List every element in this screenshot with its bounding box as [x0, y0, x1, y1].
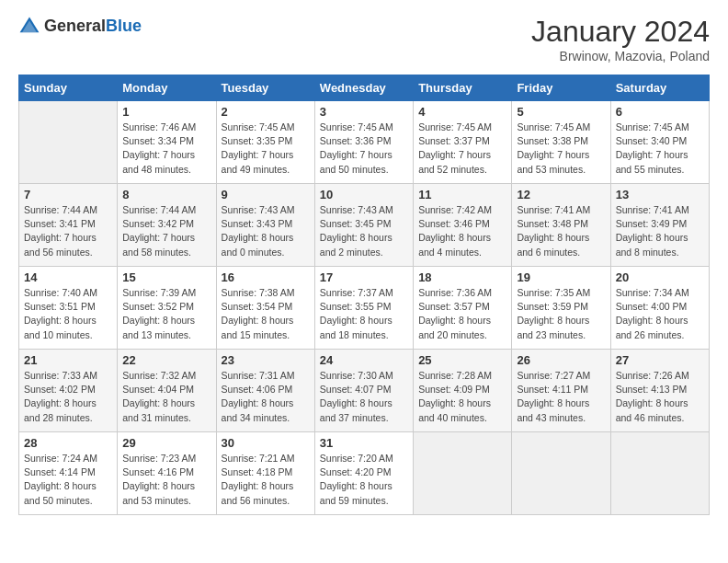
- calendar-week-row: 21Sunrise: 7:33 AMSunset: 4:02 PMDayligh…: [19, 350, 710, 432]
- day-number: 7: [24, 188, 112, 201]
- calendar-cell: [414, 432, 512, 515]
- day-info: Sunrise: 7:45 AMSunset: 3:38 PMDaylight:…: [517, 121, 605, 177]
- header-thursday: Thursday: [414, 75, 512, 101]
- header-friday: Friday: [512, 75, 610, 101]
- calendar-week-row: 7Sunrise: 7:44 AMSunset: 3:41 PMDaylight…: [19, 184, 710, 267]
- day-info: Sunrise: 7:41 AMSunset: 3:49 PMDaylight:…: [616, 203, 704, 259]
- day-number: 28: [24, 436, 112, 450]
- calendar-cell: 19Sunrise: 7:35 AMSunset: 3:59 PMDayligh…: [512, 267, 610, 350]
- calendar-cell: 9Sunrise: 7:43 AMSunset: 3:43 PMDaylight…: [216, 184, 314, 267]
- calendar-cell: 28Sunrise: 7:24 AMSunset: 4:14 PMDayligh…: [19, 432, 118, 515]
- day-number: 20: [616, 270, 704, 284]
- calendar-week-row: 1Sunrise: 7:46 AMSunset: 3:34 PMDaylight…: [19, 101, 710, 184]
- calendar-cell: 13Sunrise: 7:41 AMSunset: 3:49 PMDayligh…: [610, 184, 709, 267]
- calendar-cell: 14Sunrise: 7:40 AMSunset: 3:51 PMDayligh…: [19, 267, 118, 350]
- day-number: 27: [616, 353, 704, 367]
- day-number: 9: [222, 188, 310, 201]
- header-sunday: Sunday: [19, 75, 118, 101]
- calendar-cell: 27Sunrise: 7:26 AMSunset: 4:13 PMDayligh…: [610, 350, 709, 432]
- day-number: 25: [418, 353, 506, 367]
- day-number: 6: [616, 105, 704, 119]
- calendar-cell: 1Sunrise: 7:46 AMSunset: 3:34 PMDaylight…: [118, 101, 216, 184]
- calendar-cell: 3Sunrise: 7:45 AMSunset: 3:36 PMDaylight…: [314, 101, 413, 184]
- day-info: Sunrise: 7:43 AMSunset: 3:43 PMDaylight:…: [222, 203, 310, 259]
- day-info: Sunrise: 7:24 AMSunset: 4:14 PMDaylight:…: [24, 452, 112, 508]
- calendar-cell: 4Sunrise: 7:45 AMSunset: 3:37 PMDaylight…: [414, 101, 512, 184]
- logo: GeneralBlue: [18, 15, 142, 37]
- day-number: 14: [24, 270, 112, 284]
- calendar-cell: 31Sunrise: 7:20 AMSunset: 4:20 PMDayligh…: [314, 432, 413, 515]
- calendar-week-row: 28Sunrise: 7:24 AMSunset: 4:14 PMDayligh…: [19, 432, 710, 515]
- day-number: 11: [418, 188, 506, 201]
- day-number: 1: [122, 105, 210, 119]
- day-info: Sunrise: 7:44 AMSunset: 3:41 PMDaylight:…: [24, 203, 112, 259]
- day-info: Sunrise: 7:40 AMSunset: 3:51 PMDaylight:…: [24, 286, 112, 342]
- day-number: 16: [222, 270, 310, 284]
- calendar-cell: 8Sunrise: 7:44 AMSunset: 3:42 PMDaylight…: [118, 184, 216, 267]
- day-info: Sunrise: 7:28 AMSunset: 4:09 PMDaylight:…: [418, 369, 506, 425]
- day-number: 24: [320, 353, 408, 367]
- day-info: Sunrise: 7:21 AMSunset: 4:18 PMDaylight:…: [222, 452, 310, 508]
- header-monday: Monday: [118, 75, 216, 101]
- calendar-cell: 6Sunrise: 7:45 AMSunset: 3:40 PMDaylight…: [610, 101, 709, 184]
- day-info: Sunrise: 7:39 AMSunset: 3:52 PMDaylight:…: [122, 286, 210, 342]
- day-number: 8: [122, 188, 210, 201]
- day-info: Sunrise: 7:46 AMSunset: 3:34 PMDaylight:…: [122, 121, 210, 177]
- logo-blue: Blue: [106, 17, 142, 35]
- logo-text: GeneralBlue: [44, 17, 142, 36]
- calendar-cell: 20Sunrise: 7:34 AMSunset: 4:00 PMDayligh…: [610, 267, 709, 350]
- calendar-cell: 2Sunrise: 7:45 AMSunset: 3:35 PMDaylight…: [216, 101, 314, 184]
- day-number: 3: [320, 105, 408, 119]
- day-number: 26: [517, 353, 605, 367]
- day-info: Sunrise: 7:34 AMSunset: 4:00 PMDaylight:…: [616, 286, 704, 342]
- day-info: Sunrise: 7:31 AMSunset: 4:06 PMDaylight:…: [222, 369, 310, 425]
- calendar-cell: 18Sunrise: 7:36 AMSunset: 3:57 PMDayligh…: [414, 267, 512, 350]
- day-info: Sunrise: 7:35 AMSunset: 3:59 PMDaylight:…: [517, 286, 605, 342]
- day-number: 17: [320, 270, 408, 284]
- day-number: 29: [122, 436, 210, 450]
- logo-general: General: [44, 17, 106, 35]
- calendar-cell: 23Sunrise: 7:31 AMSunset: 4:06 PMDayligh…: [216, 350, 314, 432]
- day-info: Sunrise: 7:43 AMSunset: 3:45 PMDaylight:…: [320, 203, 408, 259]
- day-info: Sunrise: 7:30 AMSunset: 4:07 PMDaylight:…: [320, 369, 408, 425]
- title-block: January 2024 Brwinow, Mazovia, Poland: [531, 15, 710, 63]
- day-info: Sunrise: 7:20 AMSunset: 4:20 PMDaylight:…: [320, 452, 408, 508]
- day-number: 12: [517, 188, 605, 201]
- day-info: Sunrise: 7:32 AMSunset: 4:04 PMDaylight:…: [122, 369, 210, 425]
- header-tuesday: Tuesday: [216, 75, 314, 101]
- header-saturday: Saturday: [610, 75, 709, 101]
- calendar-cell: 7Sunrise: 7:44 AMSunset: 3:41 PMDaylight…: [19, 184, 118, 267]
- day-number: 10: [320, 188, 408, 201]
- logo-icon: [18, 15, 40, 37]
- day-info: Sunrise: 7:38 AMSunset: 3:54 PMDaylight:…: [222, 286, 310, 342]
- day-info: Sunrise: 7:41 AMSunset: 3:48 PMDaylight:…: [517, 203, 605, 259]
- day-number: 5: [517, 105, 605, 119]
- day-number: 31: [320, 436, 408, 450]
- calendar-cell: 30Sunrise: 7:21 AMSunset: 4:18 PMDayligh…: [216, 432, 314, 515]
- day-number: 30: [222, 436, 310, 450]
- day-info: Sunrise: 7:45 AMSunset: 3:36 PMDaylight:…: [320, 121, 408, 177]
- day-number: 23: [222, 353, 310, 367]
- calendar-header-row: SundayMondayTuesdayWednesdayThursdayFrid…: [19, 75, 710, 101]
- calendar-cell: 5Sunrise: 7:45 AMSunset: 3:38 PMDaylight…: [512, 101, 610, 184]
- day-info: Sunrise: 7:45 AMSunset: 3:37 PMDaylight:…: [418, 121, 506, 177]
- day-number: 19: [517, 270, 605, 284]
- day-info: Sunrise: 7:36 AMSunset: 3:57 PMDaylight:…: [418, 286, 506, 342]
- day-number: 21: [24, 353, 112, 367]
- day-info: Sunrise: 7:23 AMSunset: 4:16 PMDaylight:…: [122, 452, 210, 508]
- day-info: Sunrise: 7:37 AMSunset: 3:55 PMDaylight:…: [320, 286, 408, 342]
- day-number: 22: [122, 353, 210, 367]
- day-number: 4: [418, 105, 506, 119]
- month-title: January 2024: [531, 15, 710, 49]
- location-subtitle: Brwinow, Mazovia, Poland: [531, 49, 710, 63]
- calendar-cell: 15Sunrise: 7:39 AMSunset: 3:52 PMDayligh…: [118, 267, 216, 350]
- calendar-table: SundayMondayTuesdayWednesdayThursdayFrid…: [18, 75, 710, 515]
- calendar-cell: [610, 432, 709, 515]
- day-number: 18: [418, 270, 506, 284]
- calendar-week-row: 14Sunrise: 7:40 AMSunset: 3:51 PMDayligh…: [19, 267, 710, 350]
- day-info: Sunrise: 7:45 AMSunset: 3:40 PMDaylight:…: [616, 121, 704, 177]
- day-number: 2: [222, 105, 310, 119]
- day-info: Sunrise: 7:45 AMSunset: 3:35 PMDaylight:…: [222, 121, 310, 177]
- day-info: Sunrise: 7:42 AMSunset: 3:46 PMDaylight:…: [418, 203, 506, 259]
- day-info: Sunrise: 7:33 AMSunset: 4:02 PMDaylight:…: [24, 369, 112, 425]
